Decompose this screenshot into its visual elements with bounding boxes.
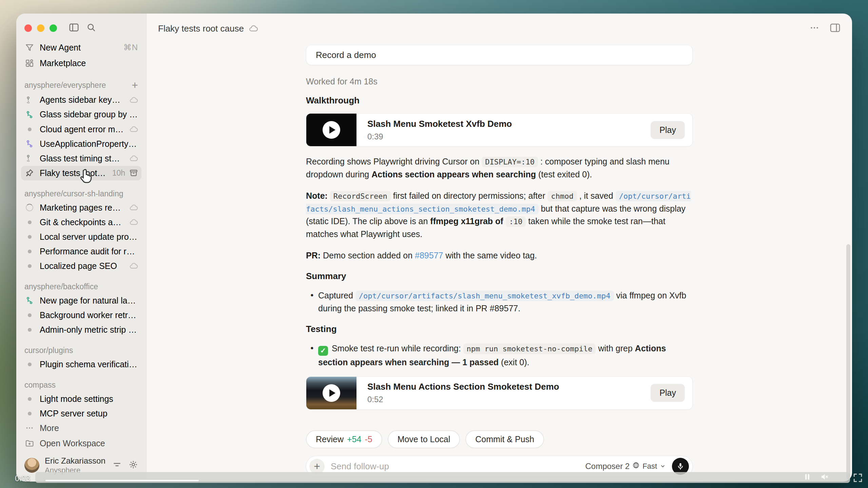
sidebar-item[interactable]: Git & checkpoints automatic c... [21, 215, 141, 230]
marketplace-button[interactable]: Marketplace [21, 55, 141, 71]
status-dot-icon [24, 363, 35, 366]
file-path-link[interactable]: /opt/cursor/artifacts/slash_menu_smokete… [355, 291, 614, 301]
model-selector[interactable]: Composer 2 Fast [585, 462, 666, 471]
sidebar-item[interactable]: Marketing pages responsiven... [21, 200, 141, 215]
fullscreen-icon[interactable] [853, 473, 863, 484]
more-button[interactable]: More [21, 421, 141, 435]
new-agent-icon [24, 43, 35, 52]
sidebar-item[interactable]: Agents sidebar keyboard expe... [21, 93, 141, 107]
folder-plus-icon [24, 439, 35, 448]
video-card[interactable]: Slash Menu Actions Section Smoketest Dem… [306, 376, 693, 410]
filter-icon[interactable] [112, 460, 122, 471]
sidebar-section-header: compass [24, 380, 138, 390]
ellipsis-icon [24, 424, 35, 432]
sidebar-section-header: anysphere/backoffice [24, 282, 138, 291]
add-agent-icon[interactable]: + [132, 80, 138, 91]
play-button[interactable]: Play [651, 121, 685, 139]
new-agent-shortcut: ⌘N [123, 43, 138, 52]
inline-code: npm run smoketest-no-compile [463, 344, 596, 354]
text-span: (exit 0). [499, 357, 529, 367]
worked-duration: Worked for 4m 18s [306, 77, 693, 86]
sidebar-section-header: anysphere/everysphere + [24, 80, 138, 91]
mouse-cursor [79, 168, 94, 187]
action-buttons: Review +54 -5 Move to Local Commit & Pus… [306, 430, 693, 448]
player-timestamp: 0:03 [15, 474, 30, 483]
cloud-icon [129, 125, 138, 134]
player-scrubber[interactable] [35, 472, 850, 483]
play-icon[interactable] [323, 384, 340, 402]
archive-icon[interactable] [129, 169, 138, 177]
sidebar-item[interactable]: MCP server setup [21, 406, 141, 421]
diff-deletions: -5 [365, 434, 372, 444]
toggle-sidebar-icon[interactable] [69, 22, 79, 34]
commit-push-button[interactable]: Commit & Push [465, 430, 544, 448]
user-prompt-card[interactable]: Record a demo [306, 45, 693, 65]
sidebar-item[interactable]: Performance audit for redesigne... [21, 244, 141, 259]
testing-heading: Testing [306, 324, 693, 334]
git-branch-icon [24, 154, 35, 162]
minimize-window-button[interactable] [37, 24, 44, 32]
status-dot-icon [24, 328, 35, 332]
sidebar-item[interactable]: Glass test timing stabilization [21, 151, 141, 166]
sidebar-item[interactable]: Localized page SEO [21, 259, 141, 273]
cloud-icon [129, 218, 138, 227]
summary-heading: Summary [306, 271, 693, 281]
sidebar-item[interactable]: Glass sidebar group by none op... [21, 107, 141, 122]
gear-icon[interactable] [129, 460, 138, 471]
search-icon[interactable] [86, 23, 96, 34]
sidebar-item[interactable]: Background worker retry handling [21, 308, 141, 323]
sidebar-section-header: anysphere/cursor-sh-landing [24, 189, 138, 198]
sidebar-item[interactable]: Plugin schema verification [21, 357, 141, 372]
pause-icon[interactable] [803, 473, 811, 482]
player-progress [45, 480, 199, 481]
status-dot-icon [24, 235, 35, 239]
marketplace-icon [24, 59, 35, 67]
user-prompt-text: Record a demo [316, 50, 376, 60]
new-agent-button[interactable]: New Agent ⌘N [21, 40, 141, 55]
video-thumbnail[interactable] [306, 376, 356, 410]
video-card[interactable]: Slash Menu Smoketest Xvfb Demo 0:39 Play [306, 113, 693, 147]
play-icon[interactable] [323, 121, 340, 139]
inline-code: :10 [506, 216, 526, 227]
text-span: with grep [596, 344, 635, 353]
move-to-local-button[interactable]: Move to Local [388, 430, 460, 448]
attach-plus-icon[interactable]: + [309, 459, 325, 474]
paragraph-recording: Recording shows Playwright driving Curso… [306, 155, 693, 181]
zoom-window-button[interactable] [50, 24, 57, 32]
sidebar-item[interactable]: UseApplicationProperty migrati... [21, 137, 141, 151]
cloud-icon [129, 261, 138, 270]
review-button[interactable]: Review +54 -5 [306, 430, 382, 448]
user-name: Eric Zakariasson [45, 456, 105, 466]
text-span: Captured [318, 291, 355, 300]
account-row[interactable]: Eric Zakariasson Anysphere [21, 451, 141, 475]
git-branch-icon [24, 296, 35, 305]
video-thumbnail[interactable] [306, 113, 356, 147]
text-span: with the same video tag. [443, 251, 537, 260]
toggle-right-panel-icon[interactable] [830, 22, 841, 35]
status-dot-icon [24, 128, 35, 131]
video-duration: 0:39 [367, 132, 512, 141]
pr-link[interactable]: #89577 [415, 251, 443, 260]
cloud-icon [129, 96, 138, 104]
play-button[interactable]: Play [651, 384, 685, 402]
scrollbar-thumb[interactable] [846, 244, 850, 480]
sidebar-section-header: cursor/plugins [24, 346, 138, 355]
mute-icon[interactable] [820, 472, 829, 483]
git-branch-icon [24, 140, 35, 148]
sidebar-item[interactable]: Admin-only metric strip for inco... [21, 323, 141, 337]
open-workspace-button[interactable]: Open Workspace [21, 435, 141, 451]
diff-additions: +54 [347, 434, 361, 444]
sidebar-item[interactable]: Cloud agent error message re... [21, 122, 141, 136]
main-panel: Flaky tests root cause Record a demo Wor… [147, 14, 852, 482]
model-icon [632, 462, 640, 471]
more-options-icon[interactable] [809, 23, 819, 34]
sidebar-item[interactable]: New page for natural language f... [21, 293, 141, 308]
sidebar-item[interactable]: Local server update process [21, 230, 141, 244]
main-header: Flaky tests root cause [147, 14, 852, 43]
close-window-button[interactable] [24, 24, 32, 32]
status-dot-icon [24, 397, 35, 401]
sidebar-item[interactable]: Light mode settings [21, 392, 141, 406]
git-branch-icon [24, 111, 35, 119]
agent-thread: Record a demo Worked for 4m 18s Walkthro… [306, 43, 693, 482]
testing-bullet: • ✓ Smoke test re-run while recording: n… [306, 342, 693, 369]
